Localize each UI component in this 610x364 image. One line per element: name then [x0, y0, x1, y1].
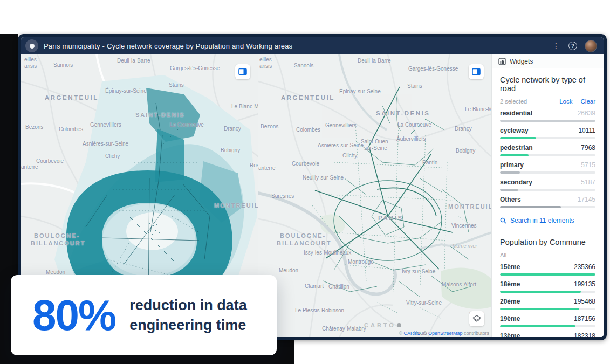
widget-row[interactable]: 20ème195468	[500, 298, 595, 310]
map-place-label: Le Plessis-Robinson	[295, 307, 344, 313]
row-bar-track	[500, 206, 595, 208]
row-label: 18ème	[500, 280, 520, 288]
map-place-label: Meudon	[279, 267, 298, 273]
map-place-label: Deuil-la-Barre	[117, 58, 150, 64]
map-place-label: Maisons-Alfort	[442, 281, 476, 287]
category-bar-list: 15ème23536618ème19913520ème19546819ème18…	[500, 263, 595, 337]
row-bar-fill	[500, 291, 581, 293]
row-bar-fill	[500, 206, 561, 208]
basemap-button[interactable]	[469, 311, 484, 326]
map-place-label: SAINT-DENIS	[135, 112, 185, 118]
row-bar-fill	[500, 154, 529, 156]
row-label: pedestrian	[500, 144, 533, 152]
map-place-label: Courbevoie	[292, 161, 319, 167]
app-header: Paris municipality - Cycle network cover…	[21, 37, 604, 54]
row-bar-track	[500, 120, 595, 122]
map-place-label: Colombes	[59, 126, 83, 132]
widget-row[interactable]: 13ème182318	[500, 332, 595, 337]
widget-title: Cycle network by type of road	[500, 75, 595, 93]
user-avatar[interactable]	[585, 40, 597, 52]
widget-row[interactable]: 19ème187156	[500, 315, 595, 327]
map-place-label: Ivry-sur-Seine	[402, 269, 435, 274]
map-place-label: Drancy	[224, 126, 241, 132]
carto-link[interactable]: CARTO	[404, 331, 421, 336]
widget-row[interactable]: 18ème199135	[500, 280, 595, 293]
row-value: 26639	[578, 109, 595, 117]
map-place-label: Courbevoie	[36, 158, 64, 164]
row-value: 5715	[581, 161, 595, 169]
row-bar-track	[500, 291, 595, 293]
row-label: 15ème	[500, 263, 520, 271]
row-label: 19ème	[500, 315, 520, 322]
row-value: 10111	[578, 127, 595, 134]
map-place-label: Issy-les-Moulineaux	[304, 250, 351, 256]
layers-icon	[472, 68, 481, 75]
row-bar-fill	[500, 171, 520, 174]
clear-button[interactable]: Clear	[581, 98, 595, 105]
row-value: 187156	[574, 315, 595, 322]
row-label: 20ème	[500, 298, 520, 305]
map-place-label: Colombes	[296, 127, 320, 133]
row-bar-fill	[500, 325, 575, 327]
widget-cycle-network: Cycle network by type of road 2 selected…	[492, 68, 604, 231]
map-place-label: Stains	[169, 82, 184, 88]
map-place-label: anterre	[21, 164, 38, 170]
row-value: 182318	[574, 332, 595, 337]
row-bar-fill	[500, 189, 518, 191]
row-bar-fill	[500, 308, 579, 310]
stat-description: reduction in data engineering time	[129, 296, 247, 335]
more-options-icon[interactable]: ⋮	[551, 41, 561, 51]
row-label: 13ème	[500, 332, 520, 337]
widget-row[interactable]: Others17145	[500, 196, 595, 208]
map-place-label: BOULOGNE-	[280, 232, 326, 239]
row-bar-fill	[500, 137, 536, 139]
map-place-label: arisis	[24, 63, 37, 69]
map-place-label: Suresnes	[271, 193, 294, 199]
map-place-label: Épinay-sur-Seine	[339, 88, 381, 94]
layers-icon	[238, 68, 247, 75]
row-value: 5187	[581, 178, 595, 186]
map-place-label: PARIS	[378, 215, 403, 221]
widgets-icon	[498, 58, 506, 65]
map-place-label: Bezons	[25, 124, 43, 130]
map-place-label: Vincennes	[451, 223, 477, 229]
search-elements-button[interactable]: Search in 11 elements	[500, 217, 595, 224]
row-value: 17145	[578, 196, 595, 203]
search-icon	[500, 217, 506, 224]
map-place-label: Bobigny	[456, 148, 475, 154]
selection-count: 2 selected	[500, 98, 527, 105]
carto-watermark: CARTO	[364, 322, 401, 328]
row-label: residential	[500, 109, 532, 117]
widget-row[interactable]: cycleway10111	[500, 127, 595, 139]
help-icon[interactable]: ?	[568, 42, 577, 50]
widget-row[interactable]: residential26639	[500, 109, 595, 122]
widget-row[interactable]: pedestrian7968	[500, 144, 595, 156]
map-place-label: Pantin	[422, 160, 437, 166]
row-value: 199135	[574, 280, 595, 288]
map-place-label: ARGENTEUIL	[45, 94, 99, 101]
map-place-label: Le Blanc-Mes	[465, 106, 492, 112]
map-place-label: MONTREUIL	[214, 202, 258, 209]
widget-row[interactable]: primary5715	[500, 161, 595, 174]
divider	[577, 99, 577, 104]
layer-panel-button[interactable]	[469, 64, 484, 79]
osm-link[interactable]: OpenStreetMap	[428, 331, 463, 336]
lock-button[interactable]: Lock	[559, 98, 572, 105]
row-value: 7968	[581, 144, 595, 152]
row-bar-track	[500, 273, 595, 276]
map-cycle-network[interactable]: eilles-arisisSannoisDeuil-la-BarreGarges…	[258, 54, 492, 337]
row-bar-track	[500, 137, 595, 139]
app-logo-icon[interactable]	[25, 39, 38, 52]
row-label: Others	[500, 196, 521, 203]
map-place-label: Gennevilliers	[325, 122, 357, 128]
row-label: cycleway	[500, 127, 529, 134]
row-bar-fill	[500, 273, 595, 276]
layer-panel-button[interactable]	[235, 64, 250, 79]
widget-row[interactable]: secondary5187	[500, 178, 595, 191]
map-place-label: Gennevilliers	[90, 122, 121, 128]
selection-count: All	[500, 252, 506, 258]
map-place-label: Garges-lès-Gonesse	[408, 66, 458, 72]
row-bar-track	[500, 308, 595, 310]
widget-row[interactable]: 15ème235366	[500, 263, 595, 276]
map-place-label: sur-Seine	[364, 145, 387, 151]
